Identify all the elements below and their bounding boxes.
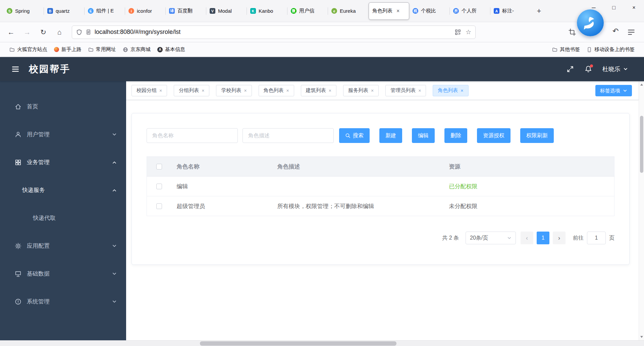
tab-close-icon[interactable]: ×	[396, 8, 399, 14]
tag-school-list[interactable]: 学校列表 ×	[216, 85, 252, 96]
delete-button[interactable]: 删除	[444, 128, 467, 143]
filter-bar: 搜索 新建 编辑 删除 资源授权 权限刷新	[147, 128, 614, 143]
tags-options-button[interactable]: 标签选项	[595, 85, 632, 96]
tag-building-list[interactable]: 建筑列表 ×	[301, 85, 336, 96]
browser-tab-baidu-translate[interactable]: 译 百度翻	[166, 3, 206, 19]
tag-close-icon[interactable]: ×	[418, 88, 421, 93]
undo-icon[interactable]: ↶	[612, 27, 619, 36]
tag-campus-group[interactable]: 校园分组 ×	[131, 85, 167, 96]
role-desc-input[interactable]	[243, 128, 334, 143]
bookmark-jd[interactable]: 京东商城	[119, 45, 154, 55]
menu-toggle-button[interactable]	[11, 65, 19, 73]
tab-label: Modal	[218, 8, 232, 14]
user-menu[interactable]: 杜晓乐	[602, 65, 628, 73]
notification-dot	[590, 64, 593, 67]
browser-tab-personal-tax[interactable]: 所 个人所	[450, 3, 490, 19]
blue-bird-logo[interactable]	[577, 9, 604, 36]
table-row[interactable]: 编辑 已分配权限	[147, 177, 614, 196]
tag-service-list[interactable]: 服务列表 ×	[343, 85, 379, 96]
tag-close-icon[interactable]: ×	[159, 88, 162, 93]
bookmark-star-icon[interactable]: ☆	[466, 28, 471, 36]
close-button[interactable]: ×	[624, 0, 644, 15]
home-button[interactable]: ⌂	[53, 26, 66, 39]
bookmark-firefox-official[interactable]: 火狐官方站点	[6, 45, 51, 55]
reader-lines-icon[interactable]	[627, 28, 635, 36]
browser-tab-role-list-active[interactable]: 角色列表 ×	[369, 2, 409, 20]
sidebar-item-user-management[interactable]: 用户管理	[0, 120, 126, 148]
back-button[interactable]: ←	[5, 26, 17, 39]
fullscreen-icon[interactable]	[566, 65, 574, 73]
tag-role-list-active[interactable]: 角色列表 ×	[433, 85, 468, 96]
scroll-down-arrow[interactable]	[639, 334, 644, 340]
scroll-up-arrow[interactable]	[639, 82, 644, 87]
tab-label: 组件 | E	[96, 8, 114, 14]
tag-group-list[interactable]: 分组列表 ×	[174, 85, 209, 96]
folder-icon	[88, 47, 94, 52]
sidebar-item-base-data[interactable]: 基础数据	[0, 260, 126, 288]
browser-tab-kanboard[interactable]: K Kanbo	[247, 3, 287, 19]
browser-tab-annotate[interactable]: A 标注-	[490, 3, 531, 19]
browser-tab-eureka[interactable]: e Eureka	[328, 3, 369, 19]
browser-tab-modal[interactable]: V Modal	[206, 3, 247, 19]
bookmark-common-sites[interactable]: 常用网址	[85, 45, 119, 55]
bookmark-mobile-folder[interactable]: 移动设备上的书签	[583, 45, 638, 55]
prev-page-button[interactable]: ‹	[521, 232, 533, 244]
tag-close-icon[interactable]: ×	[202, 88, 204, 93]
tab-strip: S Spring B quartz E 组件 | E i iconfor 译 百…	[3, 0, 545, 22]
search-button[interactable]: 搜索	[339, 128, 370, 143]
sidebar-item-express-pickup[interactable]: 快递代取	[0, 204, 126, 232]
user-name: 杜晓乐	[602, 65, 621, 73]
vertical-scrollbar-thumb[interactable]	[640, 116, 643, 173]
tag-close-icon[interactable]: ×	[286, 88, 289, 93]
sidebar-item-home[interactable]: 首页	[0, 93, 126, 120]
row-checkbox[interactable]	[156, 184, 162, 189]
tag-admin-list[interactable]: 管理员列表 ×	[385, 85, 426, 96]
new-tab-button[interactable]: +	[533, 5, 545, 17]
browser-tab-quartz[interactable]: B quartz	[44, 3, 85, 19]
role-name-input[interactable]	[147, 128, 238, 143]
browser-tab-element[interactable]: E 组件 | E	[85, 3, 125, 19]
sidebar-item-business-management[interactable]: 业务管理	[0, 148, 126, 176]
globe-icon	[123, 47, 128, 52]
browser-tab-spring[interactable]: S Spring	[3, 3, 44, 19]
forward-button[interactable]: →	[21, 26, 34, 39]
tag-close-icon[interactable]: ×	[329, 88, 331, 93]
edit-button[interactable]: 编辑	[412, 128, 435, 143]
page-size-select[interactable]: 20条/页	[466, 232, 516, 244]
address-bar[interactable]: localhost:8080/#/mgn/sysrole/lst ☆	[72, 26, 476, 39]
create-button[interactable]: 新建	[379, 128, 402, 143]
goto-page-input[interactable]	[587, 232, 606, 244]
tag-role-list[interactable]: 角色列表 ×	[259, 85, 294, 96]
browser-tab-tax[interactable]: 税 个税比	[409, 3, 450, 19]
row-checkbox[interactable]	[156, 203, 162, 209]
refresh-permission-button[interactable]: 权限刷新	[520, 128, 554, 143]
horizontal-scrollbar-thumb[interactable]	[200, 341, 396, 346]
qr-code-icon[interactable]	[455, 29, 461, 35]
roles-table: 角色名称 角色描述 资源 编辑 已分配权限	[147, 156, 614, 216]
next-page-button[interactable]: ›	[553, 232, 566, 244]
bell-icon[interactable]	[584, 65, 592, 73]
tag-label: 校园分组	[137, 87, 157, 94]
browser-tab-wechat[interactable]: 微 用户信	[287, 3, 328, 19]
sidebar-item-system-management[interactable]: 系统管理	[0, 288, 126, 315]
tag-close-icon[interactable]: ×	[371, 88, 374, 93]
sidebar-item-express-service[interactable]: 快递服务	[0, 176, 126, 204]
reload-button[interactable]: ↻	[37, 26, 50, 39]
current-page-button[interactable]: 1	[537, 232, 549, 244]
tag-close-icon[interactable]: ×	[244, 88, 247, 93]
sidebar-item-app-config[interactable]: 应用配置	[0, 232, 126, 260]
select-all-checkbox[interactable]	[156, 164, 162, 169]
bookmark-other-folder[interactable]: 其他书签	[549, 45, 583, 55]
url-text: localhost:8080/#/mgn/sysrole/lst	[95, 29, 180, 36]
sidebar-item-label: 快递代取	[33, 214, 56, 222]
horizontal-scrollbar[interactable]	[0, 340, 644, 346]
authorize-button[interactable]: 资源授权	[477, 128, 511, 143]
bookmark-getting-started[interactable]: 新手上路	[51, 45, 85, 55]
tag-close-icon[interactable]: ×	[461, 88, 463, 93]
bookmark-basic-info[interactable]: A 基本信息	[154, 45, 189, 55]
maximize-button[interactable]: □	[604, 0, 624, 15]
table-row[interactable]: 超级管理员 所有模块，权限管理；不可删除和编辑 未分配权限	[147, 196, 614, 216]
browser-tab-iconfont[interactable]: i iconfor	[125, 3, 166, 19]
screenshot-crop-icon[interactable]	[568, 28, 576, 36]
vertical-scrollbar[interactable]	[639, 81, 644, 340]
